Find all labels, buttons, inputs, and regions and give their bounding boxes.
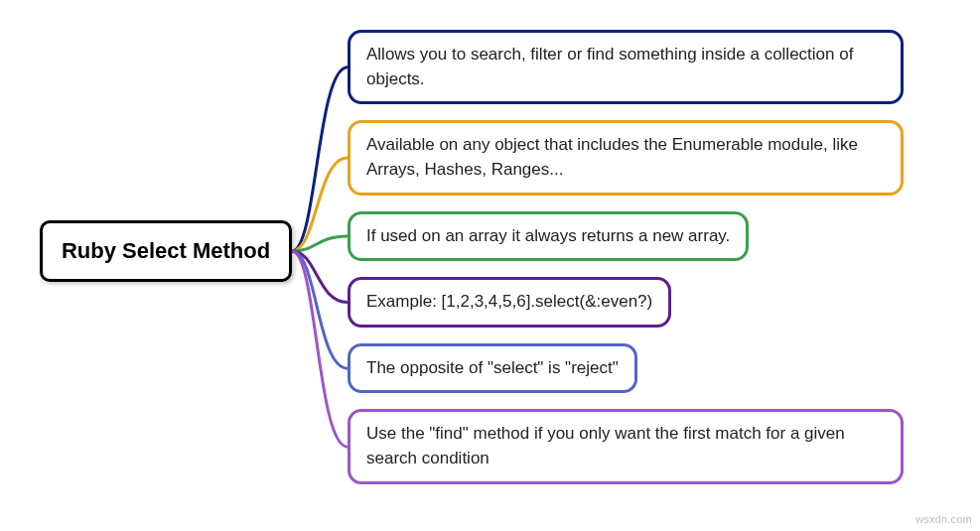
branch-text-2: If used on an array it always returns a … <box>366 226 730 245</box>
root-node: Ruby Select Method <box>40 220 292 282</box>
branch-node-2: If used on an array it always returns a … <box>348 211 749 262</box>
branch-text-4: The opposite of "select" is "reject" <box>366 358 619 377</box>
branch-node-4: The opposite of "select" is "reject" <box>348 343 637 394</box>
branch-text-0: Allows you to search, filter or find som… <box>366 45 853 88</box>
branch-node-3: Example: [1,2,3,4,5,6].select(&:even?) <box>348 277 671 328</box>
connector-4 <box>292 251 348 368</box>
branch-text-1: Available on any object that includes th… <box>366 135 858 179</box>
branch-text-3: Example: [1,2,3,4,5,6].select(&:even?) <box>366 292 652 311</box>
root-label: Ruby Select Method <box>62 238 270 264</box>
branch-text-5: Use the "find" method if you only want t… <box>366 424 845 467</box>
branch-node-1: Available on any object that includes th… <box>348 120 904 195</box>
branch-node-0: Allows you to search, filter or find som… <box>348 30 904 104</box>
branch-container: Allows you to search, filter or find som… <box>348 30 933 484</box>
branch-node-5: Use the "find" method if you only want t… <box>348 409 904 483</box>
